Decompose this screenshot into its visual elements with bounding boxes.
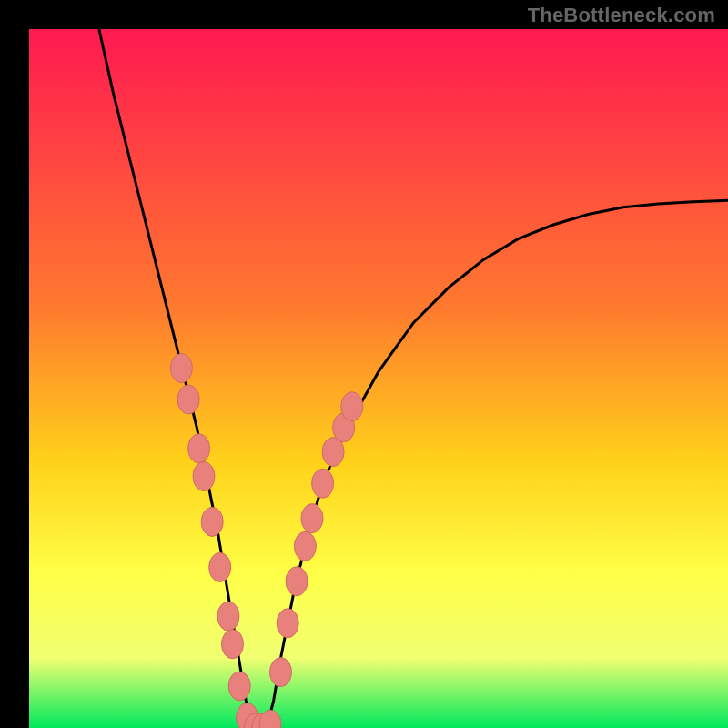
plot-background [29, 29, 728, 728]
data-dot [270, 658, 292, 687]
data-dot [277, 609, 298, 638]
data-dot [188, 434, 210, 463]
data-dot [217, 602, 239, 631]
data-dot [301, 504, 323, 533]
data-dot [170, 354, 192, 383]
data-dot [341, 392, 363, 421]
chart-stage: { "watermark": "TheBottleneck.com", "col… [0, 0, 728, 728]
data-dot [294, 531, 316, 561]
data-dot [193, 462, 215, 491]
data-dot [201, 507, 223, 536]
bottleneck-chart [0, 0, 728, 728]
data-dot [312, 469, 334, 498]
data-dot [222, 630, 244, 659]
data-dot [177, 385, 199, 414]
data-dot [209, 552, 231, 581]
data-dot [228, 672, 250, 701]
data-dot [286, 567, 308, 596]
watermark-text: TheBottleneck.com [528, 4, 715, 27]
